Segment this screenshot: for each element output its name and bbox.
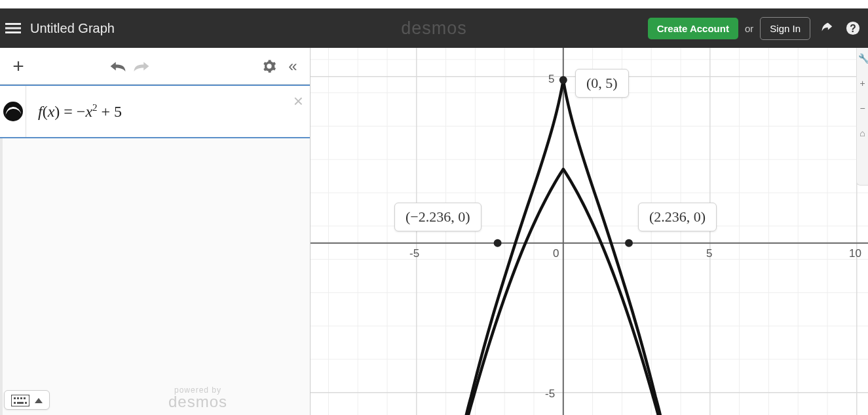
svg-rect-9 xyxy=(24,397,26,399)
svg-rect-7 xyxy=(17,397,19,399)
point-vertex xyxy=(559,76,567,84)
help-icon[interactable]: ? xyxy=(843,18,863,38)
axis-tick-pos5y: 5 xyxy=(548,73,554,86)
point-root-left xyxy=(494,239,502,247)
point-root-right xyxy=(625,239,633,247)
wave-icon xyxy=(3,102,23,121)
expression-list-empty[interactable] xyxy=(0,138,310,415)
svg-rect-8 xyxy=(20,397,22,399)
wrench-icon[interactable]: 🔧 xyxy=(858,53,867,62)
axis-tick-pos5x: 5 xyxy=(706,247,712,260)
add-expression-button[interactable]: + xyxy=(7,55,30,77)
home-icon[interactable]: ⌂ xyxy=(858,128,867,137)
or-text: or xyxy=(745,23,753,34)
svg-rect-5 xyxy=(11,395,29,406)
undo-icon[interactable] xyxy=(107,56,128,77)
svg-rect-10 xyxy=(14,402,16,404)
expr-segment: f(x) = −x2 + 5 xyxy=(38,102,122,121)
axis-tick-neg5y: -5 xyxy=(545,387,555,401)
expression-row[interactable]: f(x) = −x2 + 5 × xyxy=(0,85,310,138)
graph-title[interactable]: Untitled Graph xyxy=(30,21,115,36)
menu-icon[interactable] xyxy=(0,9,26,48)
zoom-in-icon[interactable]: + xyxy=(858,78,867,87)
graph-canvas[interactable]: (0, 5) (−2.236, 0) (2.236, 0) -5 0 5 10 … xyxy=(311,48,868,415)
expression-toolbar: + « xyxy=(0,48,310,85)
svg-rect-6 xyxy=(14,397,16,399)
svg-rect-1 xyxy=(5,28,21,30)
keyboard-icon xyxy=(11,395,29,406)
sign-in-button[interactable]: Sign In xyxy=(760,17,810,40)
svg-rect-0 xyxy=(5,23,21,25)
brand-logo: desmos xyxy=(401,18,467,39)
axis-tick-zero: 0 xyxy=(553,247,559,260)
svg-rect-2 xyxy=(5,31,21,33)
axis-tick-neg5x: -5 xyxy=(409,247,419,260)
app-header: Untitled Graph desmos Create Account or … xyxy=(0,9,868,48)
keypad-toggle-button[interactable] xyxy=(4,390,50,410)
redo-icon[interactable] xyxy=(131,56,152,77)
point-label-root-right[interactable]: (2.236, 0) xyxy=(638,203,717,231)
gear-icon[interactable] xyxy=(259,56,280,77)
svg-text:?: ? xyxy=(850,23,856,34)
graph-tools: 🔧 + − ⌂ xyxy=(856,48,868,186)
expression-panel: + « f(x) = −x2 + 5 × xyxy=(0,48,311,415)
expression-color-badge[interactable] xyxy=(0,86,26,137)
expression-input[interactable]: f(x) = −x2 + 5 × xyxy=(26,86,310,137)
svg-rect-12 xyxy=(25,402,27,404)
close-icon[interactable]: × xyxy=(293,91,303,111)
axis-tick-pos10x: 10 xyxy=(849,247,861,260)
create-account-button[interactable]: Create Account xyxy=(648,18,738,39)
point-label-root-left[interactable]: (−2.236, 0) xyxy=(394,203,481,231)
share-icon[interactable] xyxy=(817,18,837,38)
svg-rect-11 xyxy=(17,402,24,404)
chevron-up-icon xyxy=(35,398,43,403)
point-label-vertex[interactable]: (0, 5) xyxy=(575,69,629,98)
collapse-panel-icon[interactable]: « xyxy=(282,56,303,77)
powered-by: powered by desmos xyxy=(168,386,227,410)
zoom-out-icon[interactable]: − xyxy=(858,103,867,112)
